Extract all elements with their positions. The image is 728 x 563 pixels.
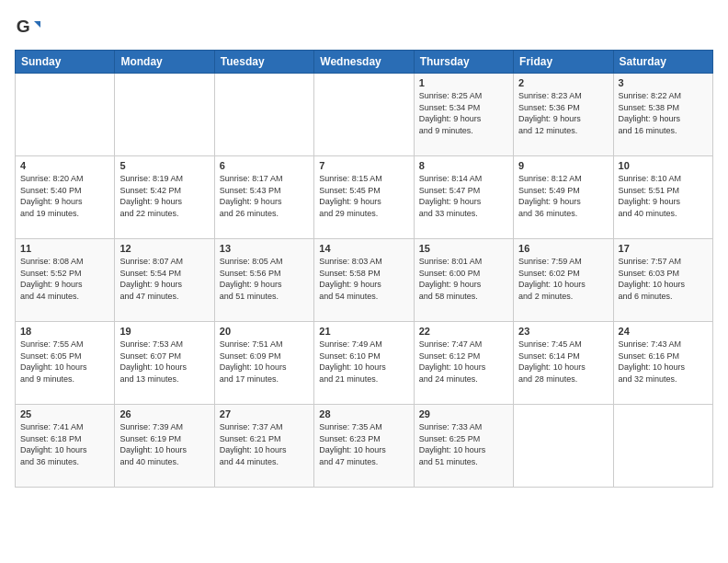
calendar-cell [314,74,414,156]
day-number: 22 [419,326,508,337]
svg-text:G: G [17,17,30,36]
day-info: Sunrise: 8:14 AM Sunset: 5:47 PM Dayligh… [419,173,508,219]
calendar-cell: 26Sunrise: 7:39 AM Sunset: 6:19 PM Dayli… [115,405,214,488]
day-info: Sunrise: 7:49 AM Sunset: 6:10 PM Dayligh… [319,339,408,385]
day-number: 29 [419,408,508,419]
calendar-cell: 15Sunrise: 8:01 AM Sunset: 6:00 PM Dayli… [414,239,513,322]
day-info: Sunrise: 8:17 AM Sunset: 5:43 PM Dayligh… [220,173,309,219]
day-info: Sunrise: 7:57 AM Sunset: 6:03 PM Dayligh… [619,256,708,302]
calendar-cell: 24Sunrise: 7:43 AM Sunset: 6:16 PM Dayli… [613,322,712,405]
day-info: Sunrise: 7:37 AM Sunset: 6:21 PM Dayligh… [220,421,309,467]
calendar-cell [514,405,613,488]
calendar-cell: 17Sunrise: 7:57 AM Sunset: 6:03 PM Dayli… [613,239,712,322]
calendar-week-row: 11Sunrise: 8:08 AM Sunset: 5:52 PM Dayli… [16,239,713,322]
day-number: 1 [419,77,508,88]
weekday-header-row: SundayMondayTuesdayWednesdayThursdayFrid… [16,51,713,74]
day-info: Sunrise: 7:33 AM Sunset: 6:25 PM Dayligh… [419,421,508,467]
day-info: Sunrise: 7:53 AM Sunset: 6:07 PM Dayligh… [119,339,209,385]
day-number: 21 [319,326,408,337]
day-info: Sunrise: 7:59 AM Sunset: 6:02 PM Dayligh… [518,256,608,302]
calendar-cell [115,74,214,156]
calendar-cell: 23Sunrise: 7:45 AM Sunset: 6:14 PM Dayli… [514,322,613,405]
calendar-cell: 28Sunrise: 7:35 AM Sunset: 6:23 PM Dayli… [314,405,414,488]
calendar-cell: 7Sunrise: 8:15 AM Sunset: 5:45 PM Daylig… [314,156,414,239]
day-info: Sunrise: 7:51 AM Sunset: 6:09 PM Dayligh… [220,339,309,385]
calendar-week-row: 4Sunrise: 8:20 AM Sunset: 5:40 PM Daylig… [16,156,713,239]
day-info: Sunrise: 7:43 AM Sunset: 6:16 PM Dayligh… [619,339,708,385]
day-number: 20 [220,326,309,337]
calendar-cell: 1Sunrise: 8:25 AM Sunset: 5:34 PM Daylig… [414,74,513,156]
day-number: 12 [119,243,209,254]
logo: G [15,15,44,40]
day-info: Sunrise: 8:05 AM Sunset: 5:56 PM Dayligh… [220,256,309,302]
day-info: Sunrise: 7:39 AM Sunset: 6:19 PM Dayligh… [119,421,209,467]
weekday-header-tuesday: Tuesday [214,51,313,74]
day-number: 4 [20,160,109,171]
weekday-header-monday: Monday [115,51,214,74]
calendar-cell: 29Sunrise: 7:33 AM Sunset: 6:25 PM Dayli… [414,405,513,488]
calendar-cell [214,74,313,156]
weekday-header-wednesday: Wednesday [314,51,414,74]
day-number: 19 [119,326,209,337]
day-number: 23 [518,326,608,337]
calendar-cell: 13Sunrise: 8:05 AM Sunset: 5:56 PM Dayli… [214,239,313,322]
calendar-week-row: 18Sunrise: 7:55 AM Sunset: 6:05 PM Dayli… [16,322,713,405]
calendar-week-row: 1Sunrise: 8:25 AM Sunset: 5:34 PM Daylig… [16,74,713,156]
day-number: 5 [119,160,209,171]
calendar-cell: 2Sunrise: 8:23 AM Sunset: 5:36 PM Daylig… [514,74,613,156]
day-info: Sunrise: 8:01 AM Sunset: 6:00 PM Dayligh… [419,256,508,302]
calendar-cell: 10Sunrise: 8:10 AM Sunset: 5:51 PM Dayli… [613,156,712,239]
calendar-table: SundayMondayTuesdayWednesdayThursdayFrid… [15,50,713,488]
calendar-cell: 16Sunrise: 7:59 AM Sunset: 6:02 PM Dayli… [514,239,613,322]
day-number: 18 [20,326,109,337]
day-info: Sunrise: 8:08 AM Sunset: 5:52 PM Dayligh… [20,256,109,302]
calendar-cell: 22Sunrise: 7:47 AM Sunset: 6:12 PM Dayli… [414,322,513,405]
day-number: 3 [619,77,708,88]
day-number: 28 [319,408,408,419]
weekday-header-saturday: Saturday [613,51,712,74]
weekday-header-friday: Friday [514,51,613,74]
day-info: Sunrise: 8:15 AM Sunset: 5:45 PM Dayligh… [319,173,408,219]
day-info: Sunrise: 8:12 AM Sunset: 5:49 PM Dayligh… [518,173,608,219]
calendar-week-row: 25Sunrise: 7:41 AM Sunset: 6:18 PM Dayli… [16,405,713,488]
calendar-cell: 27Sunrise: 7:37 AM Sunset: 6:21 PM Dayli… [214,405,313,488]
day-number: 27 [220,408,309,419]
day-number: 6 [220,160,309,171]
day-info: Sunrise: 8:23 AM Sunset: 5:36 PM Dayligh… [518,90,608,136]
calendar-cell: 8Sunrise: 8:14 AM Sunset: 5:47 PM Daylig… [414,156,513,239]
day-number: 2 [518,77,608,88]
calendar-cell: 6Sunrise: 8:17 AM Sunset: 5:43 PM Daylig… [214,156,313,239]
day-info: Sunrise: 8:22 AM Sunset: 5:38 PM Dayligh… [619,90,708,136]
logo-icon: G [15,15,40,40]
day-info: Sunrise: 7:45 AM Sunset: 6:14 PM Dayligh… [518,339,608,385]
calendar-cell: 3Sunrise: 8:22 AM Sunset: 5:38 PM Daylig… [613,74,712,156]
calendar-cell: 4Sunrise: 8:20 AM Sunset: 5:40 PM Daylig… [16,156,115,239]
weekday-header-sunday: Sunday [16,51,115,74]
day-info: Sunrise: 7:55 AM Sunset: 6:05 PM Dayligh… [20,339,109,385]
svg-marker-2 [34,21,40,28]
day-number: 16 [518,243,608,254]
weekday-header-thursday: Thursday [414,51,513,74]
calendar-cell: 9Sunrise: 8:12 AM Sunset: 5:49 PM Daylig… [514,156,613,239]
day-info: Sunrise: 8:10 AM Sunset: 5:51 PM Dayligh… [619,173,708,219]
day-number: 11 [20,243,109,254]
day-number: 24 [619,326,708,337]
calendar-cell: 19Sunrise: 7:53 AM Sunset: 6:07 PM Dayli… [115,322,214,405]
day-number: 26 [119,408,209,419]
day-number: 9 [518,160,608,171]
calendar-cell: 18Sunrise: 7:55 AM Sunset: 6:05 PM Dayli… [16,322,115,405]
calendar-cell: 12Sunrise: 8:07 AM Sunset: 5:54 PM Dayli… [115,239,214,322]
day-info: Sunrise: 8:19 AM Sunset: 5:42 PM Dayligh… [119,173,209,219]
day-info: Sunrise: 8:25 AM Sunset: 5:34 PM Dayligh… [419,90,508,136]
page-header: G [15,15,713,40]
day-number: 13 [220,243,309,254]
calendar-cell: 14Sunrise: 8:03 AM Sunset: 5:58 PM Dayli… [314,239,414,322]
day-number: 25 [20,408,109,419]
day-number: 7 [319,160,408,171]
calendar-cell [16,74,115,156]
day-info: Sunrise: 7:35 AM Sunset: 6:23 PM Dayligh… [319,421,408,467]
calendar-cell: 5Sunrise: 8:19 AM Sunset: 5:42 PM Daylig… [115,156,214,239]
day-number: 15 [419,243,508,254]
day-info: Sunrise: 7:47 AM Sunset: 6:12 PM Dayligh… [419,339,508,385]
day-info: Sunrise: 8:20 AM Sunset: 5:40 PM Dayligh… [20,173,109,219]
